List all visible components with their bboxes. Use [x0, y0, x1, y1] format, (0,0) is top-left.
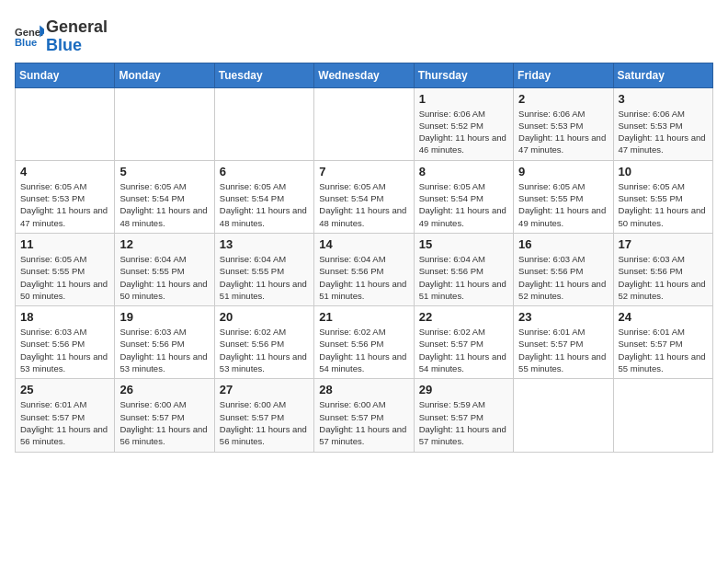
day-detail: Sunrise: 6:05 AM Sunset: 5:55 PM Dayligh… [619, 180, 708, 229]
day-number: 27 [220, 383, 309, 396]
day-cell: 16Sunrise: 6:03 AM Sunset: 5:56 PM Dayli… [514, 233, 613, 305]
day-detail: Sunrise: 5:59 AM Sunset: 5:57 PM Dayligh… [419, 398, 508, 447]
day-number: 20 [220, 310, 309, 324]
day-cell [214, 87, 313, 160]
day-cell: 6Sunrise: 6:05 AM Sunset: 5:54 PM Daylig… [214, 160, 313, 233]
day-number: 3 [619, 92, 708, 106]
day-cell: 26Sunrise: 6:00 AM Sunset: 5:57 PM Dayli… [115, 379, 214, 452]
logo: General Blue General Blue [15, 18, 108, 55]
week-row-4: 18Sunrise: 6:03 AM Sunset: 5:56 PM Dayli… [16, 306, 713, 379]
day-cell [16, 87, 115, 160]
day-detail: Sunrise: 6:03 AM Sunset: 5:56 PM Dayligh… [20, 326, 109, 374]
day-detail: Sunrise: 6:01 AM Sunset: 5:57 PM Dayligh… [619, 326, 708, 374]
day-detail: Sunrise: 6:06 AM Sunset: 5:52 PM Dayligh… [419, 108, 508, 156]
day-detail: Sunrise: 6:01 AM Sunset: 5:57 PM Dayligh… [518, 326, 608, 374]
day-detail: Sunrise: 6:00 AM Sunset: 5:57 PM Dayligh… [319, 398, 408, 447]
day-cell: 17Sunrise: 6:03 AM Sunset: 5:56 PM Dayli… [613, 233, 712, 305]
day-detail: Sunrise: 6:02 AM Sunset: 5:57 PM Dayligh… [419, 326, 508, 374]
week-row-5: 25Sunrise: 6:01 AM Sunset: 5:57 PM Dayli… [16, 379, 713, 452]
header-row: SundayMondayTuesdayWednesdayThursdayFrid… [16, 63, 713, 87]
day-cell [115, 87, 214, 160]
day-cell: 4Sunrise: 6:05 AM Sunset: 5:53 PM Daylig… [16, 160, 115, 233]
day-number: 16 [518, 237, 608, 251]
calendar-header: SundayMondayTuesdayWednesdayThursdayFrid… [16, 63, 713, 87]
week-row-1: 1Sunrise: 6:06 AM Sunset: 5:52 PM Daylig… [16, 87, 713, 160]
header-cell-saturday: Saturday [613, 63, 712, 87]
day-cell: 2Sunrise: 6:06 AM Sunset: 5:53 PM Daylig… [514, 87, 613, 160]
day-detail: Sunrise: 6:05 AM Sunset: 5:54 PM Dayligh… [319, 180, 408, 229]
day-number: 26 [119, 383, 209, 396]
day-detail: Sunrise: 6:05 AM Sunset: 5:55 PM Dayligh… [518, 180, 608, 229]
day-number: 6 [220, 165, 309, 178]
day-number: 13 [220, 237, 309, 251]
day-cell [314, 87, 414, 160]
day-cell [613, 379, 712, 452]
day-detail: Sunrise: 6:06 AM Sunset: 5:53 PM Dayligh… [619, 108, 708, 156]
page-header: General Blue General Blue [15, 15, 713, 55]
day-cell: 27Sunrise: 6:00 AM Sunset: 5:57 PM Dayli… [214, 379, 313, 452]
day-cell: 23Sunrise: 6:01 AM Sunset: 5:57 PM Dayli… [514, 306, 613, 379]
logo-text: General Blue [46, 18, 108, 55]
day-cell [514, 379, 613, 452]
day-cell: 28Sunrise: 6:00 AM Sunset: 5:57 PM Dayli… [314, 379, 414, 452]
day-detail: Sunrise: 6:02 AM Sunset: 5:56 PM Dayligh… [220, 326, 309, 374]
day-number: 23 [518, 310, 608, 324]
day-detail: Sunrise: 6:04 AM Sunset: 5:56 PM Dayligh… [319, 253, 408, 302]
day-detail: Sunrise: 6:01 AM Sunset: 5:57 PM Dayligh… [20, 398, 109, 447]
day-number: 14 [319, 237, 408, 251]
day-cell: 9Sunrise: 6:05 AM Sunset: 5:55 PM Daylig… [514, 160, 613, 233]
day-detail: Sunrise: 6:04 AM Sunset: 5:55 PM Dayligh… [119, 253, 209, 302]
day-cell: 7Sunrise: 6:05 AM Sunset: 5:54 PM Daylig… [314, 160, 414, 233]
day-detail: Sunrise: 6:05 AM Sunset: 5:54 PM Dayligh… [220, 180, 309, 229]
day-cell: 1Sunrise: 6:06 AM Sunset: 5:52 PM Daylig… [414, 87, 513, 160]
logo-icon: General Blue [15, 24, 44, 50]
day-detail: Sunrise: 6:06 AM Sunset: 5:53 PM Dayligh… [518, 108, 608, 156]
day-number: 10 [619, 165, 708, 178]
day-number: 22 [419, 310, 508, 324]
header-cell-tuesday: Tuesday [214, 63, 313, 87]
day-detail: Sunrise: 6:00 AM Sunset: 5:57 PM Dayligh… [220, 398, 309, 447]
day-cell: 12Sunrise: 6:04 AM Sunset: 5:55 PM Dayli… [115, 233, 214, 305]
header-cell-sunday: Sunday [16, 63, 115, 87]
day-number: 29 [419, 383, 508, 396]
day-cell: 25Sunrise: 6:01 AM Sunset: 5:57 PM Dayli… [16, 379, 115, 452]
day-number: 7 [319, 165, 408, 178]
day-number: 12 [119, 237, 209, 251]
week-row-3: 11Sunrise: 6:05 AM Sunset: 5:55 PM Dayli… [16, 233, 713, 305]
day-cell: 22Sunrise: 6:02 AM Sunset: 5:57 PM Dayli… [414, 306, 513, 379]
day-detail: Sunrise: 6:05 AM Sunset: 5:55 PM Dayligh… [20, 253, 109, 302]
day-detail: Sunrise: 6:05 AM Sunset: 5:54 PM Dayligh… [419, 180, 508, 229]
day-detail: Sunrise: 6:00 AM Sunset: 5:57 PM Dayligh… [119, 398, 209, 447]
day-cell: 8Sunrise: 6:05 AM Sunset: 5:54 PM Daylig… [414, 160, 513, 233]
day-cell: 24Sunrise: 6:01 AM Sunset: 5:57 PM Dayli… [613, 306, 712, 379]
day-detail: Sunrise: 6:04 AM Sunset: 5:56 PM Dayligh… [419, 253, 508, 302]
day-cell: 19Sunrise: 6:03 AM Sunset: 5:56 PM Dayli… [115, 306, 214, 379]
day-number: 5 [119, 165, 209, 178]
day-cell: 18Sunrise: 6:03 AM Sunset: 5:56 PM Dayli… [16, 306, 115, 379]
day-cell: 29Sunrise: 5:59 AM Sunset: 5:57 PM Dayli… [414, 379, 513, 452]
day-cell: 11Sunrise: 6:05 AM Sunset: 5:55 PM Dayli… [16, 233, 115, 305]
day-detail: Sunrise: 6:04 AM Sunset: 5:55 PM Dayligh… [220, 253, 309, 302]
day-number: 28 [319, 383, 408, 396]
day-number: 11 [20, 237, 109, 251]
day-number: 17 [619, 237, 708, 251]
day-cell: 20Sunrise: 6:02 AM Sunset: 5:56 PM Dayli… [214, 306, 313, 379]
day-cell: 5Sunrise: 6:05 AM Sunset: 5:54 PM Daylig… [115, 160, 214, 233]
header-cell-monday: Monday [115, 63, 214, 87]
day-cell: 15Sunrise: 6:04 AM Sunset: 5:56 PM Dayli… [414, 233, 513, 305]
day-number: 8 [419, 165, 508, 178]
day-number: 1 [419, 92, 508, 106]
day-detail: Sunrise: 6:03 AM Sunset: 5:56 PM Dayligh… [619, 253, 708, 302]
day-number: 4 [20, 165, 109, 178]
day-detail: Sunrise: 6:02 AM Sunset: 5:56 PM Dayligh… [319, 326, 408, 374]
header-cell-friday: Friday [514, 63, 613, 87]
week-row-2: 4Sunrise: 6:05 AM Sunset: 5:53 PM Daylig… [16, 160, 713, 233]
day-cell: 21Sunrise: 6:02 AM Sunset: 5:56 PM Dayli… [314, 306, 414, 379]
day-cell: 14Sunrise: 6:04 AM Sunset: 5:56 PM Dayli… [314, 233, 414, 305]
day-detail: Sunrise: 6:05 AM Sunset: 5:54 PM Dayligh… [119, 180, 209, 229]
day-number: 18 [20, 310, 109, 324]
day-detail: Sunrise: 6:05 AM Sunset: 5:53 PM Dayligh… [20, 180, 109, 229]
header-cell-thursday: Thursday [414, 63, 513, 87]
day-cell: 3Sunrise: 6:06 AM Sunset: 5:53 PM Daylig… [613, 87, 712, 160]
day-cell: 10Sunrise: 6:05 AM Sunset: 5:55 PM Dayli… [613, 160, 712, 233]
